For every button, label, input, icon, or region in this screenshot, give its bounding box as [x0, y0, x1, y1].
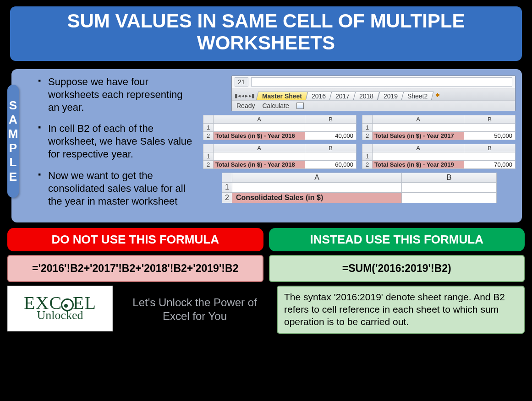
- key-icon: [61, 298, 74, 311]
- explanation-box: The syntax '2016:2019' denote sheet rang…: [277, 286, 525, 334]
- mini-table-2017: AB 1 2Total Sales (in $) - Year 201750,0…: [362, 115, 516, 140]
- excel-tabs-widget: 21 ▮◂ ◂ ▸ ▸▮ Master Sheet 2016 2017: [231, 76, 516, 111]
- tagline: Let's Unlock the Power of Excel for You: [119, 286, 270, 334]
- sheet-tab-master: Master Sheet: [256, 92, 308, 100]
- list-item: Suppose we have four worksheets each rep…: [38, 76, 195, 114]
- sample-badge: S A M P L E: [7, 85, 19, 198]
- dont-use-header: DO NOT USE THIS FORMULA: [7, 228, 263, 251]
- sheet-nav-arrows: ▮◂ ◂ ▸ ▸▮: [234, 92, 258, 100]
- status-ready: Ready: [236, 102, 255, 109]
- logo: EXCEL Unlocked: [7, 286, 113, 331]
- dont-use-formula: ='2016'!B2+'2017'!B2+'2018'!B2+'2019'!B2: [7, 255, 263, 282]
- window-icon: [296, 103, 304, 109]
- next-icon: ▸: [245, 92, 248, 99]
- list-item: Now we want to get the consolidated sale…: [38, 169, 195, 208]
- mini-table-2018: AB 1 2Total Sales (in $) - Year 201860,0…: [203, 144, 356, 169]
- mini-table-2016: AB 1 2Total Sales (in $) - Year 201640,0…: [203, 115, 356, 140]
- status-calculate: Calculate: [262, 102, 289, 109]
- new-sheet-icon: ✱: [433, 91, 443, 100]
- mini-table-2019: AB 1 2Total Sales (in $) - Year 201970,0…: [362, 144, 516, 169]
- list-item: In cell B2 of each of the worksheet, we …: [38, 122, 195, 161]
- page-title: SUM VALUES IN SAME CELL OF MULTIPLE WORK…: [7, 4, 525, 64]
- sheet-tab-2019: 2019: [377, 92, 404, 100]
- sheet-tab-2018: 2018: [353, 92, 380, 100]
- first-icon: ▮◂: [235, 92, 241, 99]
- sheet-tab-2016: 2016: [306, 92, 332, 100]
- sheet-tab-2017: 2017: [329, 92, 356, 100]
- formula-bar: [251, 77, 512, 87]
- sheet-tab-sheet2: Sheet2: [401, 92, 433, 100]
- sample-panel: Suppose we have four worksheets each rep…: [9, 66, 525, 225]
- row-number-box: 21: [235, 77, 248, 87]
- last-icon: ▸▮: [249, 92, 255, 99]
- instead-use-header: INSTEAD USE THIS FORMULA: [269, 228, 525, 251]
- master-table: AB 1 2Consolidated Sales (in $): [222, 173, 497, 203]
- sample-bullets: Suppose we have four worksheets each rep…: [34, 76, 195, 216]
- instead-use-formula: =SUM('2016:2019'!B2): [269, 255, 525, 282]
- prev-icon: ◂: [241, 92, 244, 99]
